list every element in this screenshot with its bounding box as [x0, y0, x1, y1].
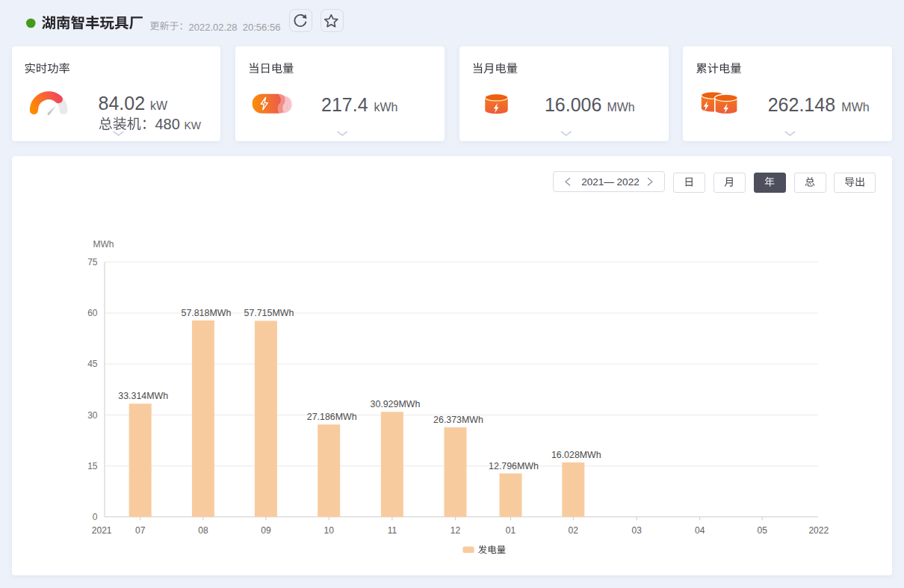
svg-text:0: 0 [93, 512, 98, 522]
svg-text:2021— 2022: 2021— 2022 [581, 176, 639, 188]
svg-text:30: 30 [87, 410, 98, 421]
svg-text:MWh: MWh [607, 101, 634, 114]
svg-text:2021: 2021 [92, 525, 112, 536]
svg-text:10: 10 [324, 525, 335, 536]
svg-text:33.314MWh: 33.314MWh [118, 391, 168, 401]
svg-text:02: 02 [569, 525, 579, 536]
svg-text:75: 75 [87, 257, 98, 267]
svg-text:12: 12 [451, 525, 461, 536]
svg-text:01: 01 [506, 525, 516, 536]
svg-text:kW: kW [150, 99, 168, 112]
svg-text:KW: KW [184, 120, 201, 131]
svg-text:16.006: 16.006 [545, 94, 601, 115]
svg-text:MWh: MWh [841, 101, 869, 114]
svg-text:57.818MWh: 57.818MWh [181, 308, 231, 318]
svg-text:11: 11 [388, 525, 397, 536]
svg-text:2022: 2022 [808, 525, 829, 536]
svg-text:MWh: MWh [93, 239, 114, 250]
svg-text:12.796MWh: 12.796MWh [489, 461, 539, 471]
svg-text:60: 60 [87, 308, 98, 318]
svg-text:262.148: 262.148 [768, 94, 835, 115]
svg-text:03: 03 [632, 525, 643, 536]
svg-text:57.715MWh: 57.715MWh [244, 308, 294, 318]
svg-text:84.02: 84.02 [99, 93, 146, 114]
svg-text:kWh: kWh [374, 101, 397, 114]
svg-text:30.929MWh: 30.929MWh [370, 399, 420, 409]
svg-text:480: 480 [155, 116, 180, 132]
svg-text:16.028MWh: 16.028MWh [551, 450, 601, 460]
svg-text:04: 04 [695, 525, 705, 536]
svg-text:08: 08 [198, 525, 208, 536]
svg-text:09: 09 [261, 525, 271, 536]
svg-text:27.186MWh: 27.186MWh [307, 412, 357, 422]
svg-text:217.4: 217.4 [321, 94, 368, 115]
svg-text:15: 15 [87, 461, 98, 471]
svg-text:05: 05 [758, 525, 768, 536]
svg-text:26.373MWh: 26.373MWh [433, 415, 483, 425]
svg-text:45: 45 [87, 359, 98, 369]
svg-text:07: 07 [135, 525, 146, 536]
